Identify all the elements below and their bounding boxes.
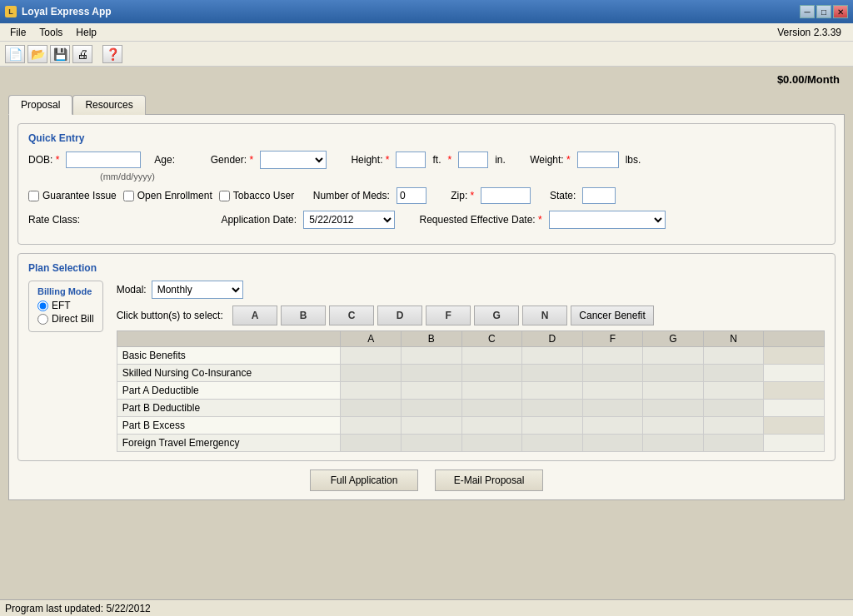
full-application-button[interactable]: Full Application: [310, 469, 418, 491]
cell-pbe-c: [461, 417, 522, 435]
cell-basic-f: [582, 347, 643, 365]
close-button[interactable]: ✕: [833, 5, 848, 18]
plan-a-button[interactable]: A: [232, 306, 277, 325]
cell-basic-b: [402, 347, 462, 365]
plan-b-button[interactable]: B: [281, 306, 326, 325]
cell-ft-b: [402, 435, 462, 452]
cell-pa-a: [341, 382, 402, 400]
dob-label: DOB: *: [28, 154, 59, 166]
app-date-select[interactable]: 5/22/2012: [303, 211, 395, 229]
guarantee-issue-input[interactable]: [28, 191, 39, 201]
minimize-button[interactable]: ─: [800, 5, 815, 18]
print-button[interactable]: 🖨: [72, 45, 92, 63]
weight-input[interactable]: [577, 152, 619, 168]
col-f-header: F: [582, 331, 643, 347]
open-button[interactable]: 📂: [27, 45, 47, 63]
open-enrollment-checkbox[interactable]: Open Enrollment: [123, 190, 212, 201]
col-d-header: D: [522, 331, 583, 347]
state-label: State:: [550, 190, 576, 201]
col-a-header: A: [341, 331, 402, 347]
plan-c-button[interactable]: C: [329, 306, 374, 325]
state-input[interactable]: [582, 187, 616, 204]
help-button[interactable]: ❓: [102, 45, 122, 63]
restore-button[interactable]: □: [816, 5, 831, 18]
cell-ft-f: [582, 435, 643, 452]
title-bar: L Loyal Express App ─ □ ✕: [0, 0, 853, 23]
cell-ft-a: [341, 435, 402, 452]
email-proposal-button[interactable]: E-Mail Proposal: [435, 469, 543, 491]
cancer-benefit-button[interactable]: Cancer Benefit: [571, 306, 654, 325]
bottom-actions: Full Application E-Mail Proposal: [17, 469, 836, 491]
zip-input[interactable]: [481, 187, 531, 204]
demographics-row: DOB: * Age: Gender: * Male Female: [28, 151, 825, 169]
eff-date-select[interactable]: [549, 211, 666, 229]
direct-bill-radio[interactable]: Direct Bill: [37, 313, 94, 325]
dates-row: Rate Class: Application Date: 5/22/2012 …: [28, 211, 825, 229]
plan-selection-section: Plan Selection Billing Mode EFT Direct B…: [17, 253, 836, 461]
cell-basic-n: [703, 347, 764, 365]
cell-pbe-d: [522, 417, 583, 435]
cell-pbe-a: [341, 417, 402, 435]
table-row: Skilled Nursing Co-Insurance: [117, 365, 824, 382]
tab-proposal[interactable]: Proposal: [8, 95, 72, 115]
billing-mode-box: Billing Mode EFT Direct Bill: [28, 281, 103, 332]
direct-bill-radio-input[interactable]: [37, 314, 48, 325]
plan-controls: Modal: Monthly Quarterly Semi-Annual Ann…: [117, 281, 825, 452]
cell-sn-c: [461, 365, 522, 382]
cell-ft-n: [703, 435, 764, 452]
row-skilled-nursing: Skilled Nursing Co-Insurance: [117, 365, 341, 382]
tab-resources[interactable]: Resources: [72, 95, 145, 115]
gender-select[interactable]: Male Female: [260, 151, 327, 169]
app-date-label: Application Date:: [221, 214, 297, 226]
plan-d-button[interactable]: D: [377, 306, 422, 325]
plan-g-button[interactable]: G: [474, 306, 519, 325]
menu-help[interactable]: Help: [69, 25, 103, 40]
tobacco-user-input[interactable]: [219, 191, 230, 201]
cell-pbe-g: [643, 417, 704, 435]
save-button[interactable]: 💾: [50, 45, 70, 63]
cell-basic-g: [643, 347, 704, 365]
modal-select[interactable]: Monthly Quarterly Semi-Annual Annual: [152, 281, 243, 299]
table-row: Part B Excess: [117, 417, 824, 435]
cell-pb-c: [461, 400, 522, 417]
dob-hint: (mm/dd/yyyy): [100, 171, 155, 181]
age-label: Age:: [154, 154, 175, 166]
open-enrollment-input[interactable]: [123, 191, 134, 201]
row-header: [117, 331, 341, 347]
menu-tools[interactable]: Tools: [32, 25, 69, 40]
cell-sn-cancer: [764, 365, 825, 382]
cell-sn-g: [643, 365, 704, 382]
in-label: in.: [495, 154, 506, 166]
new-button[interactable]: 📄: [5, 45, 25, 63]
guarantee-issue-checkbox[interactable]: Guarantee Issue: [28, 190, 117, 201]
plan-f-button[interactable]: F: [426, 306, 471, 325]
dob-text: DOB:: [28, 154, 52, 166]
cell-sn-n: [703, 365, 764, 382]
tab-bar: Proposal Resources: [8, 95, 845, 115]
height-in-input[interactable]: [458, 152, 488, 168]
row-basic-benefits: Basic Benefits: [117, 347, 341, 365]
eft-radio-input[interactable]: [37, 301, 48, 311]
options-row: Guarantee Issue Open Enrollment Tobacco …: [28, 187, 825, 204]
tobacco-user-checkbox[interactable]: Tobacco User: [219, 190, 294, 201]
height-ft-input[interactable]: [396, 152, 426, 168]
cell-pbe-cancer: [764, 417, 825, 435]
col-c-header: C: [461, 331, 522, 347]
eft-radio[interactable]: EFT: [37, 300, 94, 311]
dob-input[interactable]: [66, 152, 141, 168]
menu-file[interactable]: File: [3, 25, 32, 40]
table-row: Foreign Travel Emergency: [117, 435, 824, 452]
cell-sn-f: [582, 365, 643, 382]
price-display: $0.00/Month: [777, 73, 840, 86]
cell-pa-n: [703, 382, 764, 400]
plan-n-button[interactable]: N: [522, 306, 567, 325]
cell-pb-f: [582, 400, 643, 417]
cell-ft-d: [522, 435, 583, 452]
dob-required: *: [56, 154, 60, 166]
click-label: Click button(s) to select:: [117, 310, 223, 321]
cell-pa-b: [402, 382, 462, 400]
num-meds-input[interactable]: [397, 187, 426, 204]
app-title: Loyal Express App: [22, 6, 112, 17]
toolbar: 📄 📂 💾 🖨 ❓: [0, 42, 853, 67]
cell-pa-d: [522, 382, 583, 400]
